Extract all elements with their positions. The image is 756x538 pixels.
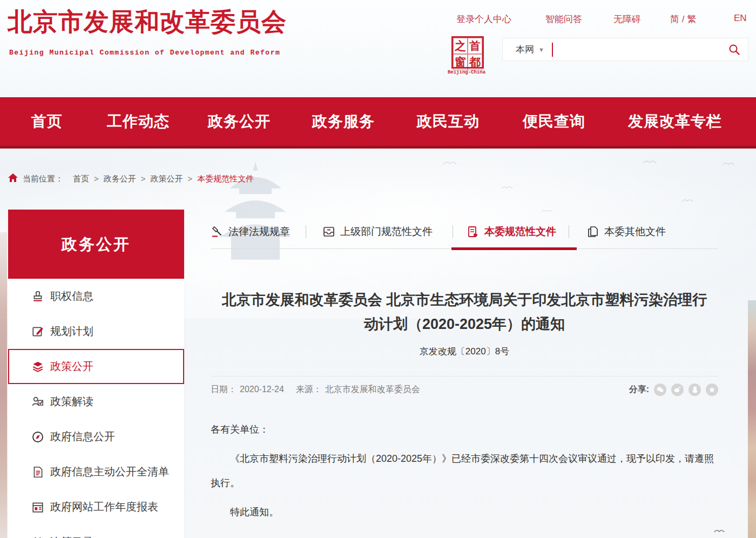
layers-icon: [31, 360, 44, 373]
home-icon: [8, 173, 18, 183]
paragraph: 《北京市塑料污染治理行动计划（2020-2025年）》已经市委深改委第十四次会议…: [211, 447, 718, 495]
seal-char: 之: [453, 38, 468, 54]
wechat-share-icon[interactable]: [654, 384, 666, 396]
sidebar-item-gov-info-disclosure[interactable]: 政府信息公开: [8, 419, 184, 454]
sidebar-item-label: 规划计划: [50, 324, 93, 339]
active-tab-underline: [451, 247, 577, 250]
sidebar-item-policy-disclosure[interactable]: 政策公开: [8, 349, 184, 384]
share-label: 分享:: [629, 384, 649, 395]
left-edge-photo-fragment: [0, 232, 7, 538]
tab-divider: [453, 225, 453, 238]
tab-laws-regulations[interactable]: 法律法规规章: [211, 215, 290, 248]
article-meta-row: 日期：2020-12-24来源：北京市发展和改革委员会 分享:: [211, 376, 718, 402]
article-body: 各有关单位： 《北京市塑料污染治理行动计划（2020-2025年）》已经市委深改…: [211, 418, 718, 538]
article-meta-left: 日期：2020-12-24来源：北京市发展和改革委员会: [211, 384, 423, 395]
page: 北京市发展和改革委员会 Beijing Municipal Commission…: [0, 0, 756, 538]
sidebar-item-policy-interpretation[interactable]: 政策解读: [8, 384, 184, 419]
tab-label: 法律法规规章: [228, 225, 290, 239]
sidebar-item-proactive-disclosure-list[interactable]: 政府信息主动公开全清单: [8, 454, 184, 489]
gavel-icon: [211, 225, 224, 238]
tab-superior-normative-docs[interactable]: 上级部门规范性文件: [322, 215, 433, 248]
smart-qa-link[interactable]: 智能问答: [545, 13, 582, 25]
tab-label: 本委规范性文件: [484, 225, 556, 239]
breadcrumb-home[interactable]: 首页: [73, 174, 89, 183]
tab-commission-other-docs[interactable]: 本委其他文件: [586, 215, 666, 248]
sidebar-item-label: 政府网站工作年度报表: [50, 500, 158, 514]
search-button[interactable]: [728, 44, 748, 56]
tab-divider: [569, 225, 569, 238]
nav-item-reform-column[interactable]: 发展改革专栏: [628, 97, 722, 146]
catalog-icon: [31, 536, 44, 538]
sidebar: 政务公开 职权信息 规划计划 政策公开 政策解读 政府信息公开: [8, 210, 184, 538]
document-list-icon: [31, 466, 44, 479]
date-value: 2020-12-24: [240, 385, 284, 394]
tab-commission-normative-docs[interactable]: 本委规范性文件: [467, 215, 556, 248]
salutation: 各有关单位：: [211, 418, 718, 442]
article-title: 北京市发展和改革委员会 北京市生态环境局关于印发北京市塑料污染治理行动计划（20…: [211, 288, 718, 337]
breadcrumb-separator: >: [94, 174, 99, 183]
weibo-share-icon[interactable]: [671, 384, 684, 396]
nav-item-work-updates[interactable]: 工作动态: [107, 97, 170, 146]
main-nav: 首页 工作动态 政务公开 政务服务 政民互动 便民查询 发展改革专栏: [0, 97, 756, 149]
search-bar: 本网 ▼: [502, 38, 748, 61]
article-doc-number: 京发改规〔2020〕8号: [211, 345, 718, 358]
nav-item-gov-disclosure[interactable]: 政务公开: [208, 97, 271, 146]
bird-icon: [681, 198, 693, 203]
seal-char: 都: [468, 54, 482, 70]
stamp-icon: [31, 290, 44, 303]
search-scope-label: 本网: [516, 43, 534, 56]
seal-char: 首: [468, 38, 482, 54]
bird-icon: [723, 161, 734, 166]
accessibility-link[interactable]: 无障碍: [613, 13, 641, 25]
nav-item-gov-services[interactable]: 政务服务: [312, 97, 375, 146]
sidebar-item-label: 决策目录: [50, 535, 93, 538]
report-table-icon: [31, 501, 44, 514]
nav-item-public-interaction[interactable]: 政民互动: [417, 97, 480, 146]
breadcrumb-policy-disclosure[interactable]: 政策公开: [151, 174, 183, 183]
document-tabs: 法律法规规章 上级部门规范性文件 本委规范性文件 本委其他文件: [211, 215, 718, 249]
login-link[interactable]: 登录个人中心: [456, 13, 511, 25]
breadcrumb-gov-disclosure[interactable]: 政务公开: [104, 174, 136, 183]
source-value: 北京市发展和改革委员会: [325, 385, 420, 394]
document-pen-icon: [467, 225, 480, 238]
documents-icon: [586, 225, 599, 238]
main-content: 法律法规规章 上级部门规范性文件 本委规范性文件 本委其他文件 北京市发展和改革…: [211, 215, 718, 538]
sidebar-item-authority-info[interactable]: 职权信息: [8, 279, 184, 314]
compass-icon: [31, 431, 44, 443]
search-input[interactable]: [553, 45, 728, 55]
qq-share-icon[interactable]: [688, 384, 701, 396]
plan-edit-icon: [31, 325, 44, 338]
bird-icon: [443, 160, 457, 165]
bird-icon: [643, 159, 657, 164]
person-check-icon: [31, 395, 44, 408]
breadcrumb-separator: >: [188, 174, 193, 183]
breadcrumb: 当前位置：首页>政务公开>政策公开>本委规范性文件: [0, 171, 756, 187]
source-label: 来源：: [296, 385, 322, 394]
beijing-china-seal-logo[interactable]: 之 首 窗 都: [451, 36, 484, 69]
seal-caption: Beijing-China: [447, 70, 486, 75]
nav-item-home[interactable]: 首页: [31, 97, 63, 146]
sidebar-menu: 职权信息 规划计划 政策公开 政策解读 政府信息公开 政府信息主动公开全清单: [8, 279, 184, 538]
share-group: 分享:: [629, 384, 718, 396]
english-link[interactable]: EN: [734, 13, 747, 24]
paragraph: 特此通知。: [211, 500, 718, 524]
sidebar-item-label: 政府信息主动公开全清单: [50, 465, 169, 479]
inbox-doc-icon: [322, 225, 335, 238]
tab-label: 本委其他文件: [604, 225, 666, 239]
lang-toggle-link[interactable]: 简 / 繁: [670, 13, 696, 25]
right-edge-photo-fragment: [748, 300, 756, 538]
nav-item-convenient-inquiry[interactable]: 便民查询: [523, 97, 585, 146]
breadcrumb-separator: >: [141, 174, 146, 183]
sidebar-item-decision-catalog[interactable]: 决策目录: [8, 524, 184, 538]
sidebar-item-planning[interactable]: 规划计划: [8, 314, 184, 349]
seal-char: 窗: [453, 54, 468, 70]
breadcrumb-prefix: 当前位置：: [23, 174, 63, 183]
sidebar-item-label: 政府信息公开: [50, 429, 115, 444]
signature: 北京市发展和改革委员会: [211, 532, 718, 538]
favorite-share-icon[interactable]: [706, 384, 718, 396]
sidebar-item-annual-website-report[interactable]: 政府网站工作年度报表: [8, 489, 184, 524]
breadcrumb-current: 本委规范性文件: [197, 174, 254, 183]
tab-divider: [306, 225, 306, 238]
sidebar-item-label: 职权信息: [50, 289, 93, 304]
search-scope-dropdown[interactable]: 本网 ▼: [503, 43, 544, 56]
